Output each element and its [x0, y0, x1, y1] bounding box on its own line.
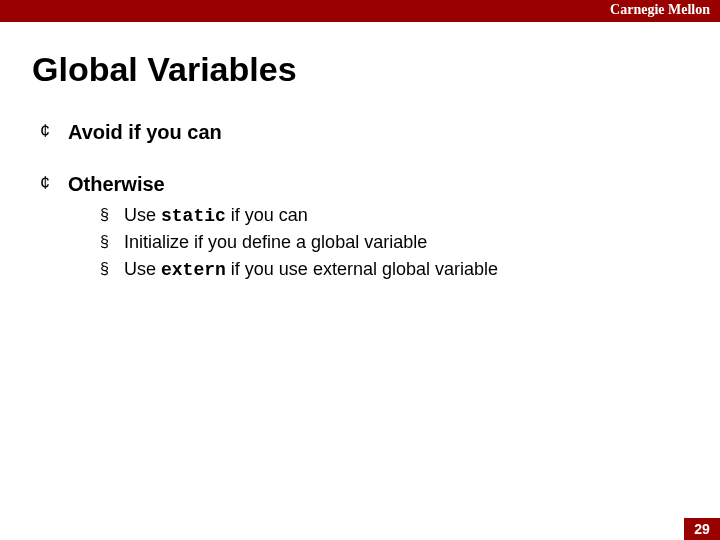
- bullet-text: Avoid if you can: [68, 120, 222, 144]
- code-keyword: static: [161, 206, 226, 226]
- square-bullet-icon: §: [100, 231, 124, 253]
- slide: Carnegie Mellon Global Variables ¢ Avoid…: [0, 0, 720, 540]
- slide-title: Global Variables: [32, 50, 297, 89]
- sub-bullet-text: Use static if you can: [124, 204, 308, 227]
- sub-bullet-item: § Use extern if you use external global …: [100, 258, 680, 281]
- code-keyword: extern: [161, 260, 226, 280]
- sub-bullet-item: § Use static if you can: [100, 204, 680, 227]
- circle-bullet-icon: ¢: [40, 120, 68, 142]
- square-bullet-icon: §: [100, 204, 124, 226]
- square-bullet-icon: §: [100, 258, 124, 280]
- bullet-text: Otherwise: [68, 172, 165, 196]
- circle-bullet-icon: ¢: [40, 172, 68, 194]
- header-bar: Carnegie Mellon: [0, 0, 720, 22]
- sub-bullet-item: § Initialize if you define a global vari…: [100, 231, 680, 254]
- sub-bullet-text: Initialize if you define a global variab…: [124, 231, 427, 254]
- slide-body: ¢ Avoid if you can ¢ Otherwise § Use sta…: [40, 120, 680, 301]
- sub-bullet-list: § Use static if you can § Initialize if …: [100, 204, 680, 281]
- bullet-item: ¢ Otherwise: [40, 172, 680, 196]
- sub-bullet-text: Use extern if you use external global va…: [124, 258, 498, 281]
- brand-label: Carnegie Mellon: [610, 2, 710, 18]
- page-number: 29: [684, 518, 720, 540]
- bullet-item: ¢ Avoid if you can: [40, 120, 680, 144]
